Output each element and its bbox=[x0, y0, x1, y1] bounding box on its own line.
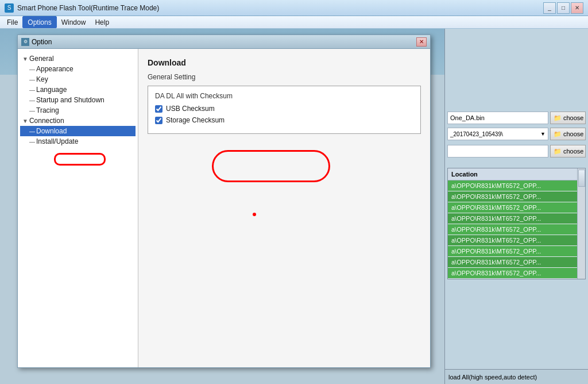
group-box-title: DA DL All with Checksum bbox=[155, 92, 413, 100]
menu-help[interactable]: Help bbox=[90, 16, 114, 28]
option-dialog: ⚙ Option ✕ ▼ General — Appearance — K bbox=[17, 34, 431, 368]
choose-button-2[interactable]: 📁 choose bbox=[550, 128, 586, 140]
file-row-1: One_DA.bin 📁 choose bbox=[445, 109, 588, 124]
tree-item-language[interactable]: — Language bbox=[20, 85, 136, 95]
dialog-titlebar: ⚙ Option ✕ bbox=[18, 35, 430, 49]
choose-label-1: choose bbox=[563, 114, 583, 121]
table-row[interactable]: a\OPPO\R831k\MT6572_OPP... bbox=[448, 268, 585, 279]
dialog-title-left: ⚙ Option bbox=[21, 38, 52, 46]
file-input-1[interactable]: One_DA.bin bbox=[447, 112, 548, 124]
menu-file[interactable]: File bbox=[2, 16, 22, 28]
tree-label-language: Language bbox=[36, 86, 67, 94]
table-row[interactable]: a\OPPO\R831k\MT6572_OPP... bbox=[448, 202, 585, 213]
dialog-body: ▼ General — Appearance — Key — Language … bbox=[18, 49, 430, 367]
choose-label-3: choose bbox=[563, 148, 583, 155]
usb-checksum-checkbox[interactable] bbox=[155, 105, 163, 113]
tree-item-download[interactable]: — Download bbox=[20, 126, 136, 136]
right-panel: One_DA.bin 📁 choose _20170423_105439\ ▼ … bbox=[444, 29, 588, 384]
table-row[interactable]: a\OPPO\R831k\MT6572_OPP... bbox=[448, 246, 585, 257]
app-icon: S bbox=[5, 3, 14, 13]
tree-item-tracing[interactable]: — Tracing bbox=[20, 105, 136, 116]
bottom-status-text: load All(high speed,auto detect) bbox=[448, 374, 537, 381]
group-box: DA DL All with Checksum USB Checksum Sto… bbox=[148, 86, 421, 134]
usb-checksum-row: USB Checksum bbox=[155, 105, 413, 113]
usb-checksum-label: USB Checksum bbox=[166, 105, 215, 113]
tree-dash-4: — bbox=[29, 97, 35, 103]
app-title: Smart Phone Flash Tool(Runtime Trace Mod… bbox=[17, 4, 159, 12]
tree-dash-6: — bbox=[29, 128, 35, 135]
content-panel: Download General Setting DA DL All with … bbox=[138, 49, 430, 367]
tree-label-install: Install/Update bbox=[36, 137, 78, 145]
table-area: Location a\OPPO\R831k\MT6572_OPP...a\OPP… bbox=[447, 168, 586, 279]
table-row[interactable]: a\OPPO\R831k\MT6572_OPP... bbox=[448, 224, 585, 235]
maximize-button[interactable]: □ bbox=[557, 2, 570, 14]
window-controls: _ □ ✕ bbox=[543, 2, 583, 14]
file-row-2: _20170423_105439\ ▼ 📁 choose bbox=[445, 126, 588, 141]
tree-item-install[interactable]: — Install/Update bbox=[20, 136, 136, 147]
tree-label-key: Key bbox=[36, 75, 48, 83]
tree-item-general[interactable]: ▼ General bbox=[20, 53, 136, 64]
tree-dash-5: — bbox=[29, 107, 35, 114]
tree-item-connection[interactable]: ▼ Connection bbox=[20, 116, 136, 126]
tree-item-startup[interactable]: — Startup and Shutdown bbox=[20, 95, 136, 105]
title-bar: S Smart Phone Flash Tool(Runtime Trace M… bbox=[0, 0, 588, 16]
menu-bar: File Options Window Help bbox=[0, 16, 588, 29]
tree-dash-7: — bbox=[29, 139, 35, 145]
storage-checksum-row: Storage Checksum bbox=[155, 116, 413, 124]
dropdown-arrow[interactable]: ▼ bbox=[540, 131, 546, 137]
main-content: trunghaumobile TRUNG HAU MOBILE ⚙ Option… bbox=[0, 29, 588, 384]
table-row[interactable]: a\OPPO\R831k\MT6572_OPP... bbox=[448, 257, 585, 268]
close-button[interactable]: ✕ bbox=[571, 2, 583, 14]
folder-icon-3: 📁 bbox=[554, 148, 562, 155]
tree-label-appearance: Appearance bbox=[36, 65, 74, 73]
table-header: Location bbox=[448, 168, 585, 181]
dialog-icon: ⚙ bbox=[21, 38, 29, 46]
storage-checksum-checkbox[interactable] bbox=[155, 117, 163, 124]
menu-window[interactable]: Window bbox=[57, 16, 91, 28]
tree-item-key[interactable]: — Key bbox=[20, 74, 136, 85]
menu-options[interactable]: Options bbox=[22, 16, 56, 28]
expand-icon-2: ▼ bbox=[22, 118, 28, 124]
expand-icon: ▼ bbox=[22, 56, 28, 62]
file-input-2[interactable]: _20170423_105439\ ▼ bbox=[447, 128, 548, 140]
scrollbar[interactable] bbox=[577, 168, 585, 279]
tree-label-download: Download bbox=[36, 127, 67, 135]
tree-label-startup: Startup and Shutdown bbox=[36, 96, 105, 104]
table-row[interactable]: a\OPPO\R831k\MT6572_OPP... bbox=[448, 235, 585, 246]
dialog-close-button[interactable]: ✕ bbox=[416, 37, 427, 47]
tree-label-general: General bbox=[29, 55, 54, 63]
tree-label-connection: Connection bbox=[29, 117, 64, 125]
table-row[interactable]: a\OPPO\R831k\MT6572_OPP... bbox=[448, 213, 585, 224]
tree-dash-1: — bbox=[29, 66, 35, 72]
minimize-button[interactable]: _ bbox=[543, 2, 556, 14]
choose-button-1[interactable]: 📁 choose bbox=[550, 112, 586, 124]
tree-dash-2: — bbox=[29, 76, 35, 83]
folder-icon-2: 📁 bbox=[554, 130, 562, 138]
file-row-3: 📁 choose bbox=[445, 144, 588, 159]
choose-button-3[interactable]: 📁 choose bbox=[550, 145, 586, 158]
title-bar-left: S Smart Phone Flash Tool(Runtime Trace M… bbox=[5, 3, 159, 13]
general-setting-label: General Setting bbox=[148, 73, 421, 81]
tree-label-tracing: Tracing bbox=[36, 106, 59, 114]
table-container: Location a\OPPO\R831k\MT6572_OPP...a\OPP… bbox=[445, 161, 588, 282]
table-rows: a\OPPO\R831k\MT6572_OPP...a\OPPO\R831k\M… bbox=[448, 181, 585, 279]
tree-panel: ▼ General — Appearance — Key — Language … bbox=[18, 49, 138, 367]
dialog-title: Option bbox=[32, 38, 52, 46]
content-title: Download bbox=[148, 58, 421, 67]
table-row[interactable]: a\OPPO\R831k\MT6572_OPP... bbox=[448, 181, 585, 191]
tree-item-appearance[interactable]: — Appearance bbox=[20, 64, 136, 74]
tree-dash-3: — bbox=[29, 87, 35, 93]
file-input-3[interactable] bbox=[447, 145, 548, 158]
choose-label-2: choose bbox=[563, 130, 583, 137]
storage-checksum-label: Storage Checksum bbox=[166, 116, 225, 124]
scroll-thumb[interactable] bbox=[578, 170, 585, 187]
bottom-status-bar: load All(high speed,auto detect) bbox=[445, 369, 588, 384]
table-row[interactable]: a\OPPO\R831k\MT6572_OPP... bbox=[448, 191, 585, 202]
folder-icon-1: 📁 bbox=[554, 114, 562, 122]
